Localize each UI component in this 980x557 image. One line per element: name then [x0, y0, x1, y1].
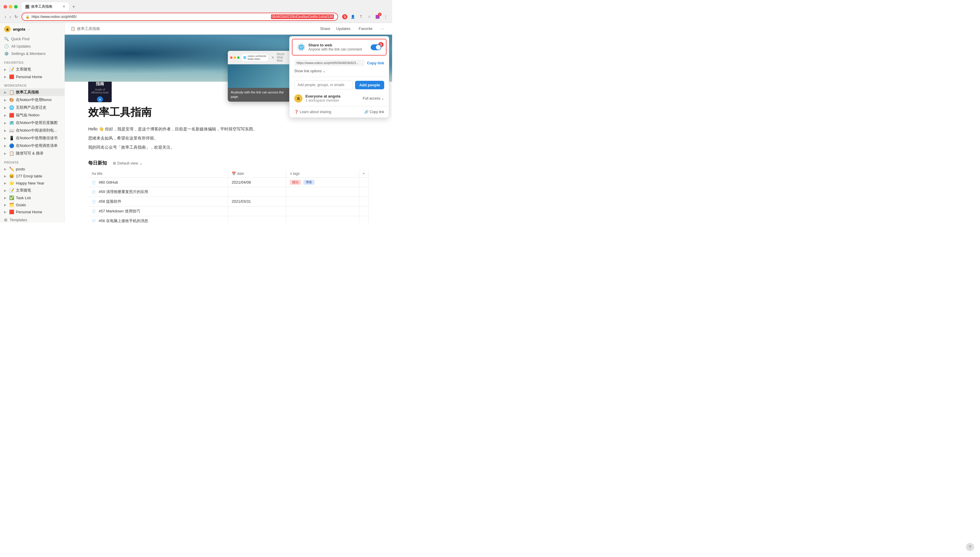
- sidebar-item-all-updates[interactable]: 🕐 All Updates: [0, 42, 64, 50]
- sidebar-item-favorites-0[interactable]: ▶ 📝 文章随笔: [0, 65, 64, 73]
- updates-button[interactable]: Updates: [334, 25, 353, 32]
- share-to-web-sub: Anyone with the link can comment: [308, 47, 368, 51]
- sidebar-item-private-2[interactable]: ▶ 🌟 Happy New Year: [0, 179, 64, 187]
- back-button[interactable]: ‹: [3, 13, 7, 20]
- sidebar-item-settings[interactable]: ⚙️ Settings & Members: [0, 50, 64, 57]
- forward-button[interactable]: ›: [8, 13, 12, 20]
- item-label: 效率工具指南: [16, 90, 39, 95]
- templates-item[interactable]: ⊞ Templates: [0, 215, 64, 223]
- sidebar-item-workspace-0[interactable]: ▶ 📋 效率工具指南: [0, 88, 64, 96]
- add-people-button[interactable]: Add people: [355, 81, 384, 89]
- refresh-button[interactable]: ↻: [13, 13, 19, 20]
- sidebar-item-workspace-4[interactable]: ▶ 🗺️ 在Notion中使用百度脑图: [0, 119, 64, 127]
- www-close-icon[interactable]: ✕: [271, 55, 274, 60]
- url-bar[interactable]: 🔒 https://www.notion.so/phh95/064603b923…: [21, 13, 338, 21]
- sidebar-item-workspace-6[interactable]: ▶ 📱 在Notion中使用微信读书: [0, 134, 64, 142]
- search-icon: 🔍: [4, 37, 9, 41]
- sidebar-item-private-5[interactable]: ▶ 🗂️ Goals: [0, 201, 64, 208]
- cell-date: [228, 187, 286, 197]
- cell-extra: [359, 216, 368, 223]
- item-label: 在Notion中使用flomo: [16, 97, 51, 103]
- bookmark-icon[interactable]: ☆: [366, 14, 372, 20]
- sidebar-item-private-4[interactable]: ▶ ✅ Task List: [0, 194, 64, 201]
- add-people-input[interactable]: [294, 80, 353, 89]
- workspace-section: WORKSPACE: [0, 80, 64, 88]
- item-icon: 🌐: [9, 105, 14, 110]
- user-menu[interactable]: a angola ⌄: [0, 23, 64, 35]
- item-icon: 📝: [9, 188, 14, 193]
- view-selector[interactable]: ⊞ Default view ⌄: [111, 160, 145, 166]
- show-link-options-link[interactable]: Show link options ⌄: [294, 69, 384, 73]
- tab-bar: N 效率工具指南 ✕ +: [0, 0, 392, 11]
- share-text: Share to web Anyone with the link can co…: [308, 43, 368, 51]
- item-label: 福气临 Notion: [16, 112, 39, 118]
- copy-link-button[interactable]: Copy link: [367, 61, 384, 65]
- learn-about-sharing-link[interactable]: ❓ Learn about sharing: [294, 110, 331, 114]
- share-to-web-row: 🌐 Share to web Anyone with the link can …: [292, 39, 386, 55]
- profile-icon[interactable]: 👤: [350, 14, 355, 20]
- extension-icon[interactable]: 🟪: [375, 14, 380, 20]
- item-icon: 🎨: [9, 98, 14, 102]
- tab-close-icon[interactable]: ✕: [63, 5, 65, 8]
- item-icon: 🟥: [9, 210, 14, 214]
- new-tab-button[interactable]: +: [70, 3, 77, 11]
- sidebar-item-workspace-1[interactable]: ▶ 🎨 在Notion中使用flomo: [0, 96, 64, 104]
- close-button[interactable]: [3, 5, 7, 8]
- member-avatar: a: [294, 94, 302, 103]
- cell-title[interactable]: 📄 #59 清理相册重复照片的应用: [88, 187, 228, 197]
- sidebar-item-workspace-3[interactable]: ▶ 🟥 福气临 Notion: [0, 111, 64, 119]
- sidebar-item-workspace-7[interactable]: ▶ 🔵 在Notion中使用滴答清单: [0, 142, 64, 150]
- more-button[interactable]: ···: [378, 25, 386, 32]
- www-url-bar: 🌐 notion.so/World-Wide-Web...: [241, 54, 268, 61]
- page-header-bar: 📋 效率工具指南 Share Updates Favorite ···: [65, 23, 392, 35]
- globe-icon: 🌐: [297, 43, 305, 51]
- add-people-row: Add people: [290, 78, 389, 92]
- sidebar-item-workspace-2[interactable]: ▶ 🌐 互联网产品变迁史: [0, 104, 64, 111]
- cell-date: [228, 216, 286, 223]
- chevron-right-icon: ▶: [4, 137, 7, 140]
- cell-title[interactable]: 📄 #60 GitHub: [88, 178, 228, 187]
- more-icon[interactable]: ⋮: [383, 14, 388, 20]
- sidebar-item-private-0[interactable]: ▶ ✏️ posts: [0, 165, 64, 173]
- copy-link-footer-button[interactable]: 🔗 Copy link: [364, 110, 384, 114]
- browser-chrome: N 效率工具指南 ✕ + ‹ › ↻ 🔒 https://www.notion.…: [0, 0, 392, 23]
- member-access-dropdown[interactable]: Full access ⌄: [363, 96, 384, 101]
- cell-title[interactable]: 📄 #58 提脸软件: [88, 197, 228, 206]
- learn-label: Learn about sharing: [300, 110, 331, 114]
- favorites-section: FAVORITES: [0, 57, 64, 65]
- www-globe-icon: 🌐: [243, 56, 246, 59]
- table-row: 📄 #57 Markdown 使用技巧: [88, 206, 369, 216]
- item-icon: 🟥: [9, 74, 14, 79]
- sidebar-item-private-3[interactable]: ▶ 📝 文章随笔: [0, 187, 64, 194]
- favorite-button[interactable]: Favorite: [356, 25, 375, 32]
- templates-label: Templates: [10, 218, 27, 222]
- share-toggle[interactable]: [371, 44, 381, 50]
- add-column-button[interactable]: +: [359, 170, 368, 178]
- translate-icon[interactable]: T: [358, 14, 364, 20]
- share-button[interactable]: Share: [320, 26, 330, 31]
- minimize-button[interactable]: [9, 5, 12, 8]
- doc-icon: 📄: [92, 190, 96, 194]
- url-highlight: 064603b9235642ed9a42e86c1d4af186: [271, 15, 334, 19]
- sidebar-item-workspace-5[interactable]: ▶ 📖 在Notion中阅读得到电...: [0, 127, 64, 134]
- sidebar-item-favorites-1[interactable]: ▶ 🟥 Personal Home: [0, 73, 64, 80]
- sidebar-item-workspace-8[interactable]: ▶ 📋 随便写写 & 摘录: [0, 150, 64, 157]
- cell-title[interactable]: 📄 #57 Markdown 使用技巧: [88, 206, 228, 216]
- cell-tags: [286, 206, 359, 216]
- member-row: a Everyone at angola 1 workspace member …: [290, 92, 389, 105]
- browser-tab[interactable]: N 效率工具指南 ✕: [22, 2, 69, 11]
- cell-title[interactable]: 📄 #56 在电脑上接收手机的消息: [88, 216, 228, 223]
- www-close-dot: [230, 56, 233, 59]
- sidebar-item-quick-find[interactable]: 🔍 Quick Find: [0, 35, 64, 42]
- database-title: 每日新知: [88, 160, 107, 166]
- quick-find-label: Quick Find: [11, 37, 29, 41]
- maximize-button[interactable]: [14, 5, 18, 8]
- sidebar-item-private-1[interactable]: ▶ 😀 177 Emoji table: [0, 173, 64, 179]
- sidebar-item-private-6[interactable]: ▶ 🟥 Personal Home: [0, 208, 64, 215]
- chevron-right-icon: ▶: [4, 189, 7, 192]
- app-layout: a angola ⌄ 🔍 Quick Find 🕐 All Updates ⚙️…: [0, 23, 392, 223]
- page-desc-3: 我的同名公众号「效率工具指南」，欢迎关注。: [88, 144, 369, 151]
- item-icon: ✅: [9, 195, 14, 200]
- www-url-text: notion.so/World-Wide-Web...: [248, 55, 267, 60]
- col-title-icon: Aa: [92, 171, 97, 176]
